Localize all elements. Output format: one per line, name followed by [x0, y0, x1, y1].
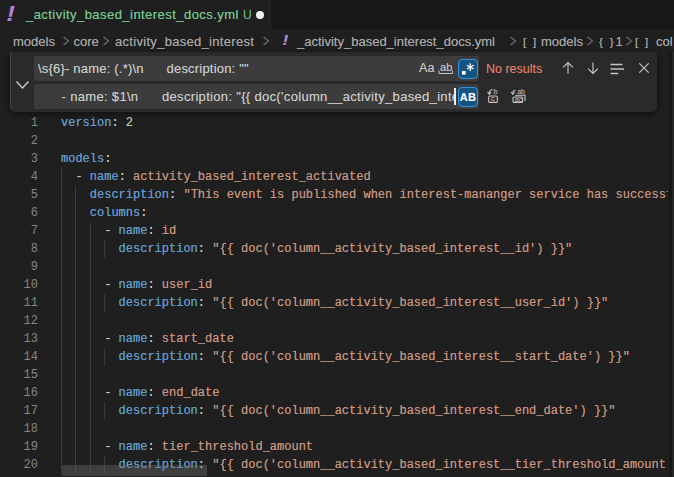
- svg-text:ab: ab: [440, 61, 453, 73]
- svg-text:c: c: [491, 94, 495, 103]
- svg-text:ac: ac: [515, 96, 523, 103]
- svg-text:ab: ab: [517, 88, 525, 95]
